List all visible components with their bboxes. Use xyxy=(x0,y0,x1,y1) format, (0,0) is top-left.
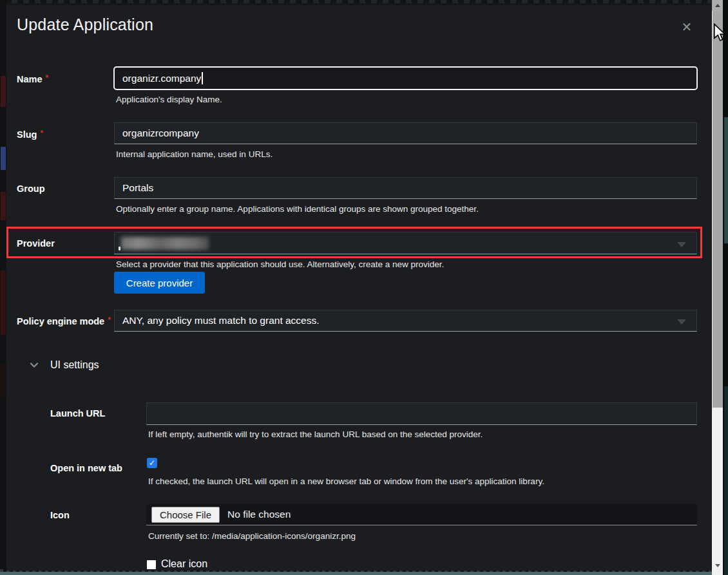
provider-select[interactable] xyxy=(114,232,697,254)
create-provider-button[interactable]: Create provider xyxy=(114,272,205,294)
underlay-fragment xyxy=(1,192,6,220)
underlay-fragment xyxy=(724,117,728,243)
name-input[interactable]: organizr.company xyxy=(113,66,698,90)
clear-icon-checkbox[interactable] xyxy=(147,560,156,569)
scrollbar-thumb[interactable] xyxy=(713,11,723,408)
clear-icon-label: Clear icon xyxy=(161,558,207,570)
underlay-fragment xyxy=(1,270,6,335)
policy-engine-mode-select[interactable]: ANY, any policy must match to grant acce… xyxy=(114,310,697,332)
screen-right-edge xyxy=(723,0,728,575)
update-application-modal: Update Application ✕ Name* organizr.comp… xyxy=(6,5,712,570)
vertical-scrollbar[interactable] xyxy=(712,0,723,575)
arrow-up-icon xyxy=(715,4,720,7)
slug-help: Internal application name, used in URLs. xyxy=(116,149,273,159)
required-asterisk: * xyxy=(46,73,49,82)
choose-file-button[interactable]: Choose File xyxy=(151,507,220,523)
open-in-new-tab-label: Open in new tab xyxy=(50,463,122,473)
slug-input-value: organizrcompany xyxy=(122,127,199,139)
launch-url-help: If left empty, authentik will try to ext… xyxy=(148,429,483,439)
name-label: Name* xyxy=(17,73,48,84)
text-caret xyxy=(202,72,203,84)
underlay-fragment xyxy=(1,364,6,397)
page-top-edge xyxy=(0,0,728,3)
chevron-down-icon xyxy=(677,242,686,247)
scrollbar-down-button[interactable] xyxy=(712,559,723,572)
name-help: Application's display Name. xyxy=(116,95,222,104)
chevron-down-icon[interactable] xyxy=(29,360,39,370)
group-input[interactable]: Portals xyxy=(114,177,697,199)
close-icon[interactable]: ✕ xyxy=(678,18,696,36)
chevron-down-icon xyxy=(677,319,686,325)
launch-url-input[interactable] xyxy=(146,402,697,425)
launch-url-label: Launch URL xyxy=(50,408,105,419)
open-in-new-tab-help: If checked, the launch URL will open in … xyxy=(148,476,544,486)
policy-engine-mode-label: Policy engine mode* xyxy=(17,316,111,326)
name-input-value: organizr.company xyxy=(122,73,201,84)
icon-label: Icon xyxy=(50,510,70,520)
underlay-fragment xyxy=(724,386,728,575)
file-status-text: No file chosen xyxy=(227,509,291,520)
redaction-artifact xyxy=(119,247,120,250)
checkmark-icon: ✓ xyxy=(149,459,155,467)
policy-engine-mode-value: ANY, any policy must match to grant acce… xyxy=(122,315,320,326)
mouse-cursor-icon xyxy=(713,23,726,45)
ui-settings-section-header[interactable]: UI settings xyxy=(50,359,99,371)
provider-label: Provider xyxy=(17,238,55,249)
required-asterisk: * xyxy=(40,129,43,138)
background-page-left-edge xyxy=(0,0,6,575)
underlay-fragment xyxy=(1,147,6,170)
modal-title: Update Application xyxy=(17,15,153,34)
slug-label: Slug* xyxy=(17,129,43,140)
icon-file-input[interactable]: Choose File No file chosen xyxy=(146,504,697,525)
provider-help: Select a provider that this application … xyxy=(116,259,444,269)
required-asterisk: * xyxy=(108,316,111,325)
provider-select-value-redacted xyxy=(121,237,209,250)
slug-input[interactable]: organizrcompany xyxy=(114,122,697,144)
open-in-new-tab-checkbox[interactable]: ✓ xyxy=(147,458,157,468)
group-help: Optionally enter a group name. Applicati… xyxy=(116,204,479,214)
group-input-value: Portals xyxy=(122,182,153,194)
scrollbar-up-button[interactable] xyxy=(712,0,723,11)
background-page-bottom-strip xyxy=(0,572,713,575)
group-label: Group xyxy=(17,184,45,194)
arrow-down-icon xyxy=(715,564,720,567)
screenshot-stage: Update Application ✕ Name* organizr.comp… xyxy=(0,0,728,575)
underlay-fragment xyxy=(1,76,6,107)
icon-help: Currently set to: /media/application-ico… xyxy=(148,531,356,541)
